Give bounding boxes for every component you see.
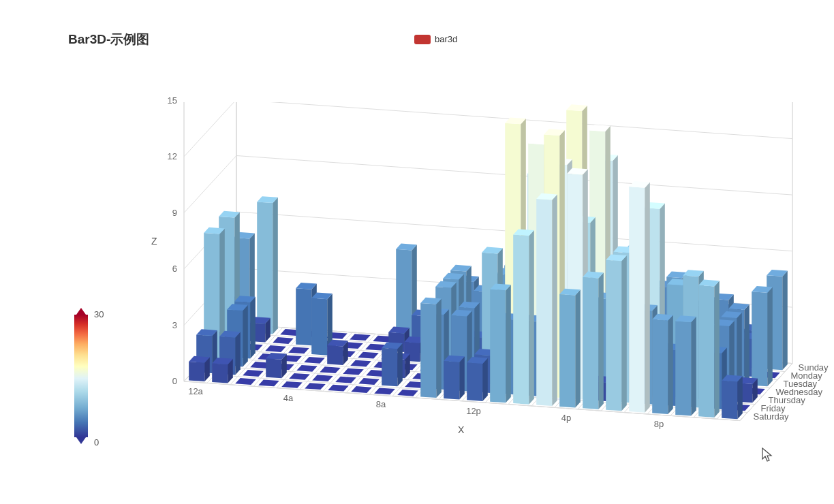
bar-front-13-0[interactable] xyxy=(490,289,506,403)
z-tick-3: 3 xyxy=(172,320,177,330)
x-tick-20: 8p xyxy=(654,419,664,429)
legend-label: bar3d xyxy=(435,34,457,44)
visual-map-min-label: 0 xyxy=(94,437,99,447)
bar-front-15-0[interactable] xyxy=(536,199,552,406)
bar3d-canvas[interactable] xyxy=(129,102,797,463)
chart-title: Bar3D-示例图 xyxy=(68,31,149,48)
bar-front-20-0[interactable] xyxy=(652,319,668,414)
bar-front-3-1[interactable] xyxy=(266,358,281,378)
bar-front-12-0[interactable] xyxy=(467,362,482,401)
bar-front-21-0[interactable] xyxy=(675,321,691,415)
bar-side-23-4[interactable] xyxy=(767,287,773,387)
z-axis-label: Z xyxy=(151,236,157,247)
bar-side-8-1[interactable] xyxy=(397,343,403,386)
bar-side-22-0[interactable] xyxy=(714,281,720,418)
legend-item-bar3d[interactable]: bar3d xyxy=(414,34,457,44)
visual-map-handle-max[interactable] xyxy=(76,308,86,315)
bar-front-22-0[interactable] xyxy=(698,285,714,418)
bar-front-23-4[interactable] xyxy=(752,292,767,386)
bar-front-1-6[interactable] xyxy=(257,202,273,334)
bar-front-11-0[interactable] xyxy=(444,361,459,400)
x-tick-12: 12p xyxy=(466,406,481,416)
x-tick-0: 12a xyxy=(188,386,203,396)
visual-map-max-label: 30 xyxy=(94,309,104,319)
bar-front-4-4[interactable] xyxy=(311,298,327,356)
bar-front-1-0[interactable] xyxy=(212,363,228,383)
bar-side-16-0[interactable] xyxy=(575,289,581,407)
y-tick-6: Sunday xyxy=(799,362,829,373)
bar-front-19-0[interactable] xyxy=(629,187,645,413)
bar-front-10-0[interactable] xyxy=(420,303,436,398)
bar-front-14-0[interactable] xyxy=(513,235,529,405)
bar-side-17-0[interactable] xyxy=(598,272,604,409)
bar-side-15-0[interactable] xyxy=(552,194,557,406)
x-axis-label: X xyxy=(458,424,464,435)
bar-front-17-0[interactable] xyxy=(583,277,598,409)
bar-side-1-2[interactable] xyxy=(243,305,248,367)
bar3d-chart[interactable]: 03691215Z12a4a8a12p4p8pXSaturdayFridayTh… xyxy=(129,102,797,463)
bar-front-16-0[interactable] xyxy=(559,294,575,408)
bar-side-23-0[interactable] xyxy=(737,376,743,419)
bar-front-0-0[interactable] xyxy=(189,362,204,381)
bar-side-1-1[interactable] xyxy=(235,332,241,375)
bar-front-23-0[interactable] xyxy=(722,381,737,420)
bar-side-1-6[interactable] xyxy=(273,198,278,334)
visual-map-handle-min[interactable] xyxy=(76,437,86,444)
legend-swatch xyxy=(414,35,431,44)
bar-side-10-0[interactable] xyxy=(436,298,442,398)
bar-front-18-0[interactable] xyxy=(606,260,621,411)
bar-side-21-0[interactable] xyxy=(691,317,696,416)
x-tick-16: 4p xyxy=(561,413,571,423)
z-tick-12: 12 xyxy=(168,151,177,161)
bar-side-22-4[interactable] xyxy=(744,304,750,385)
visual-map-gradient[interactable] xyxy=(74,315,88,437)
z-tick-0: 0 xyxy=(172,376,177,386)
bar-side-11-0[interactable] xyxy=(459,356,465,399)
bar-side-13-0[interactable] xyxy=(506,285,511,403)
x-tick-4: 4a xyxy=(283,393,293,403)
bar-front-8-1[interactable] xyxy=(382,348,397,387)
bar-front-3-5[interactable] xyxy=(296,288,311,345)
z-tick-6: 6 xyxy=(172,264,177,274)
bar-side-1-3[interactable] xyxy=(250,297,256,359)
z-tick-9: 9 xyxy=(172,208,177,218)
bar-front-5-3[interactable] xyxy=(327,345,343,365)
bar-side-14-0[interactable] xyxy=(529,230,534,405)
bar-side-20-0[interactable] xyxy=(668,315,673,414)
bar-side-19-0[interactable] xyxy=(645,183,650,413)
z-tick-15: 15 xyxy=(168,95,177,106)
bar-side-23-6[interactable] xyxy=(782,271,788,371)
x-tick-8: 8a xyxy=(376,399,386,409)
visual-map[interactable]: 30 0 xyxy=(67,308,95,444)
bar-side-18-0[interactable] xyxy=(621,255,627,411)
bar-side-12-0[interactable] xyxy=(482,358,488,401)
